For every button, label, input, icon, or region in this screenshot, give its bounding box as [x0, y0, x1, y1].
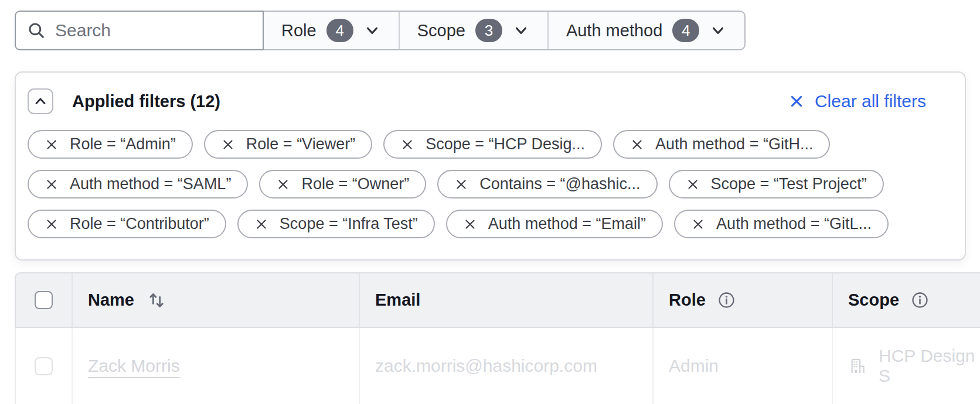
row-scope-cell: HCP Design S: [832, 328, 980, 404]
filter-pill-label: Scope = “Infra Test”: [280, 215, 418, 233]
applied-filters-title: Applied filters (12): [72, 92, 220, 111]
filter-pill-row: Auth method = “SAML” Role = “Owner” Cont…: [28, 170, 953, 198]
filter-pill-label: Role = “Contributor”: [70, 215, 209, 233]
chevron-down-icon: [709, 22, 727, 39]
table-header-scope: Scope: [832, 273, 980, 327]
select-all-checkbox[interactable]: [35, 291, 53, 309]
user-scope: HCP Design S: [879, 346, 980, 386]
search-input[interactable]: [55, 20, 281, 40]
role-filter-count-badge: 4: [326, 19, 353, 42]
filter-pill-label: Auth method = “GitL...: [716, 215, 872, 233]
organization-icon: [848, 357, 867, 375]
chevron-up-icon: [32, 93, 49, 109]
role-filter-label: Role: [281, 21, 317, 40]
close-icon[interactable]: [45, 217, 59, 231]
filter-pill[interactable]: Role = “Viewer”: [204, 130, 372, 159]
filter-pill[interactable]: Scope = “Test Project”: [669, 170, 884, 198]
user-role: Admin: [669, 356, 719, 376]
filter-pill-label: Role = “Viewer”: [246, 135, 355, 153]
close-icon[interactable]: [463, 217, 477, 231]
filter-pill[interactable]: Auth method = “GitL...: [674, 210, 889, 238]
scope-filter-count-badge: 3: [475, 19, 502, 42]
clear-all-filters-label: Clear all filters: [815, 91, 926, 111]
filter-pill[interactable]: Role = “Admin”: [28, 130, 193, 159]
filter-pill[interactable]: Role = “Contributor”: [28, 210, 226, 238]
applied-filters-panel: Applied filters (12) Clear all filters R…: [15, 71, 966, 261]
clear-all-filters-button[interactable]: Clear all filters: [788, 91, 926, 111]
table-header-role: Role: [652, 273, 832, 327]
sort-icon[interactable]: [146, 290, 167, 310]
role-column-label: Role: [669, 290, 706, 310]
table-header-name[interactable]: Name: [72, 273, 359, 327]
info-icon[interactable]: [717, 291, 736, 309]
filter-pill[interactable]: Role = “Owner”: [259, 170, 426, 198]
chevron-down-icon: [512, 22, 530, 39]
row-checkbox-cell: [16, 328, 72, 404]
row-name-cell: Zack Morris: [72, 328, 359, 404]
filter-pill[interactable]: Auth method = “SAML”: [28, 170, 248, 198]
table-header-row: Name Email Role Scope: [15, 272, 980, 328]
applied-filters-header: Applied filters (12) Clear all filters: [28, 88, 953, 115]
close-icon[interactable]: [691, 217, 705, 231]
close-icon[interactable]: [276, 177, 290, 191]
collapse-panel-button[interactable]: [28, 88, 53, 114]
users-table: Name Email Role Scope: [15, 272, 980, 404]
filter-pill[interactable]: Contains = “@hashic...: [437, 170, 657, 198]
filter-toolbar: Role 4 Scope 3 Auth method 4: [15, 11, 746, 50]
info-icon[interactable]: [911, 291, 929, 309]
close-icon[interactable]: [254, 217, 268, 231]
scope-filter-label: Scope: [417, 21, 465, 40]
search-icon: [26, 20, 46, 40]
filter-pill-row: Role = “Contributor” Scope = “Infra Test…: [28, 210, 953, 238]
close-icon[interactable]: [45, 138, 59, 152]
row-checkbox[interactable]: [35, 357, 53, 375]
role-filter-dropdown[interactable]: Role 4: [264, 12, 399, 49]
close-icon[interactable]: [630, 138, 644, 152]
close-icon: [788, 93, 805, 109]
filter-pill-label: Auth method = “SAML”: [70, 175, 231, 193]
auth-method-filter-dropdown[interactable]: Auth method 4: [547, 12, 744, 49]
filter-pill-label: Role = “Admin”: [70, 135, 176, 153]
auth-method-filter-count-badge: 4: [672, 19, 699, 42]
close-icon[interactable]: [686, 177, 700, 191]
user-email: zack.morris@hashicorp.com: [375, 356, 597, 376]
filter-pill-label: Contains = “@hashic...: [479, 175, 640, 193]
filter-dropdown-group: Role 4 Scope 3 Auth method 4: [264, 11, 746, 50]
filter-pill[interactable]: Auth method = “GitH...: [613, 130, 830, 159]
filter-pill-label: Scope = “Test Project”: [711, 175, 867, 193]
filter-pill[interactable]: Auth method = “Email”: [446, 210, 663, 238]
table-row: Zack Morris zack.morris@hashicorp.com Ad…: [15, 328, 980, 404]
user-name-link[interactable]: Zack Morris: [88, 356, 180, 376]
table-header-email: Email: [359, 273, 652, 327]
email-column-label: Email: [375, 290, 420, 310]
close-icon[interactable]: [400, 138, 414, 152]
filter-pill-label: Scope = “HCP Desig...: [426, 135, 585, 153]
filter-pill[interactable]: Scope = “Infra Test”: [237, 210, 435, 238]
row-role-cell: Admin: [652, 328, 832, 404]
name-column-label: Name: [88, 290, 134, 310]
filter-pill-label: Role = “Owner”: [301, 175, 409, 193]
close-icon[interactable]: [221, 138, 235, 152]
filter-pill-label: Auth method = “GitH...: [655, 135, 813, 153]
filter-pill-row: Role = “Admin” Role = “Viewer” Scope = “…: [28, 130, 953, 159]
scope-column-label: Scope: [848, 290, 899, 310]
scope-filter-dropdown[interactable]: Scope 3: [399, 12, 547, 49]
chevron-down-icon: [363, 22, 381, 39]
row-email-cell: zack.morris@hashicorp.com: [359, 328, 652, 404]
filter-pill[interactable]: Scope = “HCP Desig...: [383, 130, 602, 159]
filter-pill-label: Auth method = “Email”: [488, 215, 646, 233]
auth-method-filter-label: Auth method: [566, 21, 662, 40]
close-icon[interactable]: [45, 177, 59, 191]
search-box[interactable]: [15, 11, 264, 50]
table-header-checkbox-cell: [16, 273, 72, 327]
close-icon[interactable]: [454, 177, 468, 191]
